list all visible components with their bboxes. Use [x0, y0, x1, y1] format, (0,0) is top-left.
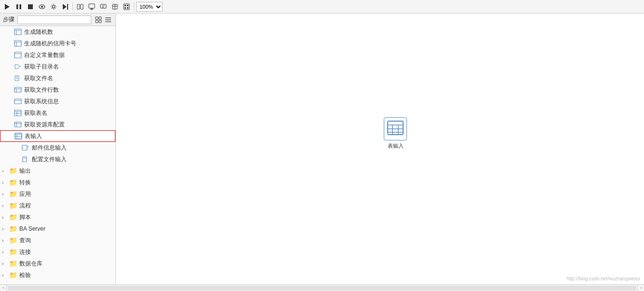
svg-rect-59: [22, 145, 27, 150]
chevron-icon: ›: [2, 215, 8, 220]
category-label: 数据仓库: [19, 260, 42, 268]
list-item-label: 获取资源库配置: [24, 121, 65, 129]
category-query[interactable]: › 📁 查询: [0, 235, 115, 246]
category-check[interactable]: › 📁 检验: [0, 269, 115, 281]
svg-rect-48: [14, 110, 21, 116]
step-btn2[interactable]: [86, 1, 97, 12]
item-icon: [14, 86, 22, 94]
svg-rect-21: [125, 5, 126, 6]
run-button[interactable]: [2, 1, 13, 12]
category-connect[interactable]: › 📁 连接: [0, 246, 115, 258]
chevron-icon: ›: [2, 273, 8, 278]
svg-point-5: [41, 6, 43, 8]
folder-icon: 📁: [9, 225, 17, 233]
folder-icon: 📁: [9, 190, 17, 198]
pause-button[interactable]: [14, 1, 24, 12]
svg-rect-23: [125, 7, 126, 9]
preview-button[interactable]: [37, 1, 47, 12]
list-item[interactable]: 邮件信息输入: [0, 142, 115, 153]
step-btn5[interactable]: [121, 1, 132, 12]
category-app[interactable]: › 📁 应用: [0, 188, 115, 200]
steps-icon-btn1[interactable]: [94, 15, 103, 24]
list-item[interactable]: 获取子目录名: [0, 61, 115, 72]
debug-run-button[interactable]: [60, 1, 70, 12]
svg-rect-38: [14, 52, 21, 58]
steps-icon-btn2[interactable]: [104, 15, 112, 24]
chevron-icon: ›: [2, 168, 8, 174]
step-btn1[interactable]: [75, 1, 85, 12]
list-item[interactable]: 获取表名: [0, 107, 115, 119]
category-script[interactable]: › 📁 脚本: [0, 211, 115, 223]
category-label: 转换: [19, 179, 31, 187]
list-item-label: 获取文件名: [24, 74, 53, 83]
list-item-label: 获取表名: [24, 109, 47, 117]
canvas-area[interactable]: 表输入 http://blog.csdn.net/wuzhangweiss: [116, 14, 644, 284]
list-item[interactable]: 获取文件名: [0, 72, 115, 84]
list-item-label: 邮件信息输入: [32, 144, 67, 152]
item-icon: [14, 121, 22, 128]
canvas-table-input[interactable]: 表输入: [384, 117, 407, 150]
svg-marker-7: [63, 4, 67, 10]
canvas-item-icon: [384, 117, 407, 140]
bottom-scrollbar: ‹ ›: [0, 284, 644, 291]
list-item-label: 生成随机数: [24, 28, 53, 36]
list-item[interactable]: 生成随机数: [0, 26, 115, 38]
steps-search-input[interactable]: [17, 15, 91, 24]
h-scroll-right-btn[interactable]: ›: [637, 285, 644, 291]
category-ba-server[interactable]: › 📁 BA Server: [0, 223, 115, 235]
svg-rect-28: [99, 20, 101, 23]
category-transform[interactable]: › 📁 转换: [0, 177, 115, 188]
chevron-icon: ›: [2, 226, 8, 232]
item-icon: [14, 28, 22, 36]
h-scroll-area[interactable]: ‹ ›: [0, 285, 644, 291]
stop-button[interactable]: [25, 1, 36, 12]
folder-icon: 📁: [9, 271, 17, 279]
table-input-item[interactable]: 表输入: [0, 130, 115, 142]
folder-icon: 📁: [9, 248, 17, 256]
svg-rect-24: [127, 7, 128, 9]
svg-rect-3: [28, 4, 33, 9]
h-scroll-left-btn[interactable]: ‹: [0, 285, 7, 291]
list-item-label: 自定义常量数据: [24, 51, 65, 59]
list-item[interactable]: 获取系统信息: [0, 96, 115, 107]
h-scroll-track[interactable]: [8, 286, 636, 291]
svg-rect-27: [96, 20, 98, 23]
separator1: [72, 2, 73, 11]
step-btn4[interactable]: [110, 1, 120, 12]
category-label: 检验: [19, 271, 31, 279]
chevron-icon: ›: [2, 203, 8, 208]
category-label: 流程: [19, 202, 31, 210]
category-flow[interactable]: › 📁 流程: [0, 200, 115, 211]
list-item[interactable]: 获取资源库配置: [0, 119, 115, 130]
folder-icon: 📁: [9, 167, 17, 175]
list-item[interactable]: 获取文件行数: [0, 84, 115, 96]
svg-rect-2: [20, 4, 22, 9]
svg-rect-10: [81, 4, 83, 9]
tree-list[interactable]: 生成随机数 生成随机的信用卡号 自定义常量数据: [0, 26, 115, 284]
list-item[interactable]: 生成随机的信用卡号: [0, 38, 115, 49]
list-item-label: 获取文件行数: [24, 86, 59, 94]
canvas-item-label: 表输入: [388, 142, 404, 150]
item-icon: [14, 109, 22, 117]
chevron-icon: ›: [2, 192, 8, 197]
svg-rect-14: [100, 4, 106, 8]
category-label: 连接: [19, 248, 31, 256]
folder-icon: 📁: [9, 179, 17, 186]
list-item[interactable]: 自定义常量数据: [0, 49, 115, 61]
item-icon: [14, 51, 22, 59]
list-item-label: 获取子目录名: [24, 63, 59, 71]
category-output[interactable]: › 📁 输出: [0, 165, 115, 177]
category-label: 查询: [19, 236, 31, 245]
category-warehouse[interactable]: › 📁 数据仓库: [0, 258, 115, 269]
item-icon: [21, 155, 30, 163]
steps-label: 步骤: [3, 15, 14, 24]
app-container: 100% 50% 75% 125% 150% 200% 步骤: [0, 0, 644, 291]
zoom-select[interactable]: 100% 50% 75% 125% 150% 200%: [136, 2, 163, 12]
chevron-icon: ›: [2, 180, 8, 185]
table-input-icon: [14, 132, 23, 140]
folder-icon: 📁: [9, 213, 17, 221]
step-btn3[interactable]: [98, 1, 109, 12]
chevron-icon: ›: [2, 261, 8, 266]
settings-button[interactable]: [48, 1, 59, 12]
list-item[interactable]: 配置文件输入: [0, 153, 115, 165]
